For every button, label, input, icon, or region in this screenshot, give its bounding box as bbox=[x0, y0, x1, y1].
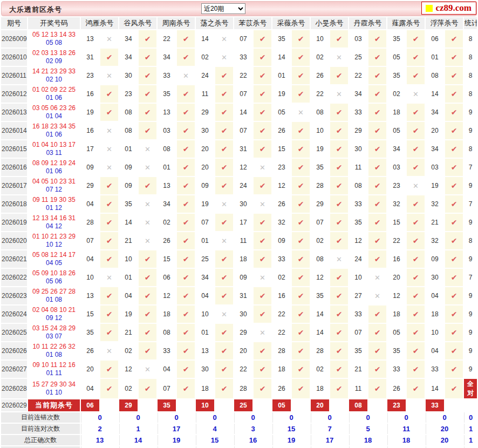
summary-stat-value: 1 bbox=[464, 424, 477, 434]
check-icon: ✔ bbox=[451, 347, 457, 355]
kill-result-cell: ✔ bbox=[177, 269, 195, 286]
period-cell: 2026020 bbox=[1, 232, 27, 249]
check-icon: ✔ bbox=[374, 90, 381, 98]
kill-result-cell: ✔ bbox=[407, 195, 425, 213]
kill-result-cell: ✔ bbox=[215, 361, 233, 378]
summary-row: 目前连错次数00000000000 bbox=[1, 412, 477, 423]
column-header-expert: 丹霞杀号 bbox=[349, 17, 386, 29]
check-icon: ✔ bbox=[451, 218, 457, 227]
current-kill-number: 06 bbox=[81, 399, 99, 411]
check-icon: ✔ bbox=[106, 90, 113, 98]
kill-number-cell: 21 bbox=[426, 214, 444, 231]
kill-result-cell: ✔ bbox=[139, 67, 156, 84]
kill-number-cell: 10 bbox=[426, 324, 444, 341]
kill-number-cell: 23 bbox=[387, 177, 406, 194]
cross-icon: ✕ bbox=[336, 255, 342, 263]
kill-result-cell: ✔ bbox=[445, 85, 463, 103]
check-icon: ✔ bbox=[106, 365, 113, 374]
check-icon: ✔ bbox=[183, 218, 189, 227]
kill-number-cell: 29 bbox=[349, 122, 367, 139]
kill-number-cell: 14 bbox=[311, 306, 329, 323]
check-icon: ✔ bbox=[413, 35, 419, 43]
kill-number-cell: 11 bbox=[349, 379, 367, 398]
kill-number-cell: 10 bbox=[119, 250, 138, 268]
check-icon: ✔ bbox=[451, 328, 457, 337]
site-logo[interactable]: cz89.com bbox=[421, 2, 476, 15]
kill-result-cell: ✕ bbox=[100, 30, 118, 47]
kill-result-cell: ✔ bbox=[368, 214, 386, 231]
summary-value: 16 bbox=[234, 435, 271, 445]
kill-result-cell: ✔ bbox=[254, 49, 271, 66]
table-row: 202601608 09 12 19 24 01 0609✕09✕01✔20✔1… bbox=[1, 159, 477, 176]
cross-icon: ✕ bbox=[336, 90, 342, 98]
check-icon: ✔ bbox=[374, 35, 381, 43]
kill-number-cell: 34 bbox=[158, 195, 176, 213]
check-icon: ✔ bbox=[336, 145, 343, 153]
kill-result-cell: ✔ bbox=[407, 379, 425, 398]
kill-number-cell: 07 bbox=[81, 232, 99, 249]
check-icon: ✔ bbox=[106, 218, 113, 227]
table-row: 202602001 10 21 23 29 10 1207✔21✕26✔01✕1… bbox=[1, 232, 477, 249]
check-icon: ✔ bbox=[183, 145, 189, 153]
kill-number-cell: 35 bbox=[272, 30, 291, 47]
kill-result-cell: ✔ bbox=[445, 67, 463, 84]
kill-result-cell: ✔ bbox=[330, 104, 348, 121]
kill-number-cell: 12 bbox=[387, 287, 406, 304]
check-icon: ✔ bbox=[221, 145, 228, 153]
kill-result-cell: ✔ bbox=[292, 287, 310, 304]
check-icon: ✔ bbox=[374, 71, 381, 80]
check-icon: ✔ bbox=[298, 90, 304, 98]
kill-number-cell: 35 bbox=[81, 324, 99, 341]
draw-numbers-cell: 14 21 23 29 33 02 10 bbox=[28, 67, 80, 84]
kill-result-cell: ✕ bbox=[330, 49, 348, 66]
period-cell: 2026014 bbox=[1, 122, 27, 139]
front-zone-numbers: 10 11 22 26 32 bbox=[32, 343, 75, 350]
check-icon: ✔ bbox=[221, 255, 228, 263]
period-cell: 2026010 bbox=[1, 49, 27, 66]
check-icon: ✔ bbox=[413, 126, 419, 135]
kill-result-cell: ✔ bbox=[407, 232, 425, 249]
kill-number-cell: 18 bbox=[387, 104, 406, 121]
kill-number-cell: 05 bbox=[387, 122, 406, 139]
check-icon: ✔ bbox=[374, 328, 381, 337]
kill-number-cell: 16 bbox=[81, 85, 99, 103]
kill-result-cell: ✔ bbox=[139, 306, 156, 323]
check-icon: ✔ bbox=[183, 90, 189, 98]
check-icon: ✔ bbox=[413, 71, 419, 80]
kill-number-cell: 04 bbox=[158, 361, 176, 378]
check-icon: ✔ bbox=[221, 347, 228, 355]
kill-result-cell: ✔ bbox=[100, 214, 118, 231]
kill-result-cell: ✔ bbox=[330, 30, 348, 47]
kill-result-cell: ✔ bbox=[407, 306, 425, 323]
check-icon: ✔ bbox=[145, 53, 151, 62]
kill-result-cell: ✔ bbox=[100, 287, 118, 304]
draw-numbers-cell: 09 10 11 12 16 01 11 bbox=[28, 361, 80, 378]
kill-result-cell: ✔ bbox=[254, 287, 271, 304]
kill-number-cell: 30 bbox=[426, 269, 444, 286]
kill-number-cell: 31 bbox=[234, 140, 252, 158]
back-zone-numbers: 02 09 bbox=[46, 57, 62, 65]
kill-number-cell: 09 bbox=[234, 269, 252, 286]
kill-number-cell: 21 bbox=[349, 361, 367, 378]
kill-number-cell: 34 bbox=[119, 49, 138, 66]
check-icon: ✔ bbox=[145, 255, 151, 263]
kill-number-cell: 14 bbox=[272, 49, 291, 66]
cross-icon: ✕ bbox=[106, 72, 112, 80]
kill-number-cell: 20 bbox=[81, 361, 99, 378]
column-header-expert: 采薇杀号 bbox=[272, 17, 310, 29]
stat-count-cell: 9 bbox=[464, 177, 477, 194]
kill-result-cell: ✔ bbox=[445, 140, 463, 158]
check-icon: ✔ bbox=[413, 53, 419, 62]
back-zone-numbers: 01 04 bbox=[46, 112, 62, 120]
kill-result-cell: ✔ bbox=[215, 287, 233, 304]
check-icon: ✔ bbox=[106, 108, 113, 117]
kill-result-cell: ✔ bbox=[177, 379, 195, 398]
kill-result-cell: ✔ bbox=[177, 250, 195, 268]
current-period-row: 2026029当前期杀号06293510250520082333 bbox=[1, 399, 477, 411]
kill-number-cell: 22 bbox=[272, 306, 291, 323]
kill-number-cell: 08 bbox=[311, 250, 329, 268]
period-range-select[interactable]: 近20期 bbox=[201, 3, 245, 14]
kill-number-cell: 12 bbox=[311, 269, 329, 286]
kill-result-cell: ✔ bbox=[139, 104, 156, 121]
kill-number-cell: 28 bbox=[272, 342, 291, 359]
